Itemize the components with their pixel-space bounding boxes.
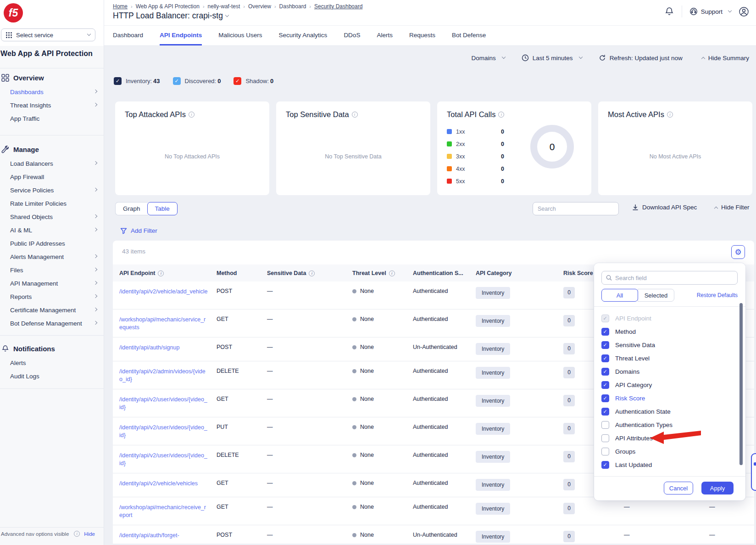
field-checkbox-last-updated[interactable]: Last Updated bbox=[601, 458, 732, 472]
column-header[interactable]: Authentication S... bbox=[413, 270, 476, 276]
info-icon[interactable] bbox=[189, 112, 195, 118]
sidebar-item-dashboards[interactable]: Dashboards bbox=[0, 85, 104, 99]
time-range-dropdown[interactable]: Last 5 minutes bbox=[522, 54, 582, 62]
breadcrumb-item[interactable]: Home bbox=[113, 3, 128, 10]
cancel-button[interactable]: Cancel bbox=[664, 482, 693, 494]
checkbox-icon[interactable] bbox=[601, 315, 609, 322]
domains-dropdown[interactable]: Domains bbox=[472, 55, 505, 62]
endpoint-link[interactable]: /identity/api/auth/signup bbox=[119, 337, 217, 361]
refresh-button[interactable]: Refresh: Updated just now bbox=[599, 54, 683, 62]
column-settings-button[interactable]: ⚙ bbox=[731, 245, 745, 259]
hide-summary-toggle[interactable]: Hide Summary bbox=[699, 55, 749, 62]
f5-logo[interactable]: f5 bbox=[4, 3, 23, 22]
checkbox-icon[interactable] bbox=[601, 368, 609, 376]
tab-requests[interactable]: Requests bbox=[409, 26, 435, 45]
column-header[interactable]: API Category bbox=[476, 270, 563, 276]
column-header[interactable]: Threat Level bbox=[352, 270, 413, 276]
restore-defaults-link[interactable]: Restore Defaults bbox=[697, 292, 738, 298]
info-icon[interactable] bbox=[498, 112, 504, 118]
field-checkbox-threat-level[interactable]: Threat Level bbox=[601, 352, 732, 365]
tab-api-endpoints[interactable]: API Endpoints bbox=[160, 26, 202, 45]
apply-button[interactable]: Apply bbox=[701, 482, 734, 494]
endpoint-link[interactable]: /identity/api/v2/admin/videos/{video_id} bbox=[119, 361, 217, 389]
sidebar-item-ai-ml[interactable]: AI & ML bbox=[0, 224, 104, 237]
sidebar-item-load-balancers[interactable]: Load Balancers bbox=[0, 157, 104, 170]
endpoint-link[interactable]: /identity/api/v2/user/videos/{video_id} bbox=[119, 389, 217, 417]
sidebar-item-app-traffic[interactable]: App Traffic bbox=[0, 112, 104, 125]
breadcrumb-item[interactable]: Security Dashboard bbox=[314, 3, 362, 10]
tab-dashboard[interactable]: Dashboard bbox=[113, 26, 143, 45]
endpoint-link[interactable]: /workshop/api/mechanic/service_requests bbox=[119, 309, 217, 337]
table-view-button[interactable]: Table bbox=[147, 202, 178, 215]
field-checkbox-sensitive-data[interactable]: Sensitive Data bbox=[601, 338, 732, 352]
sidebar-item-app-firewall[interactable]: App Firewall bbox=[0, 170, 104, 184]
tab-security-analytics[interactable]: Security Analytics bbox=[279, 26, 328, 45]
search-input[interactable] bbox=[538, 206, 614, 212]
endpoint-link[interactable]: /identity/api/v2/user/videos/{video_id} bbox=[119, 417, 217, 445]
endpoint-link[interactable]: /identity/api/auth/forget- bbox=[119, 525, 217, 544]
tab-ddos[interactable]: DDoS bbox=[344, 26, 360, 45]
breadcrumb-item[interactable]: Web App & API Protection bbox=[136, 3, 200, 10]
checkbox-icon[interactable] bbox=[601, 448, 609, 455]
info-icon[interactable] bbox=[389, 270, 395, 276]
tab-selected[interactable]: Selected bbox=[638, 289, 674, 302]
sidebar-item-files[interactable]: Files bbox=[0, 264, 104, 277]
account-icon[interactable] bbox=[739, 6, 749, 17]
notifications-bell-icon[interactable] bbox=[664, 6, 674, 17]
sidebar-item-certificate-management[interactable]: Certificate Management bbox=[0, 303, 104, 317]
type-filter-checkbox[interactable]: ✓ Inventory:43 bbox=[114, 77, 160, 85]
sidebar-item-audit-logs[interactable]: Audit Logs bbox=[0, 370, 104, 383]
checkbox-icon[interactable] bbox=[601, 354, 609, 362]
panel-scrollbar[interactable] bbox=[739, 303, 743, 465]
info-icon[interactable] bbox=[667, 112, 673, 118]
checkbox-icon[interactable] bbox=[601, 461, 609, 469]
field-checkbox-groups[interactable]: Groups bbox=[601, 445, 732, 458]
field-checkbox-method[interactable]: Method bbox=[601, 325, 732, 338]
sidebar-item-shared-objects[interactable]: Shared Objects bbox=[0, 210, 104, 224]
endpoint-link[interactable]: /identity/api/v2/user/videos/{video_id} bbox=[119, 445, 217, 473]
edge-widget[interactable] bbox=[751, 453, 756, 491]
add-filter-button[interactable]: Add Filter bbox=[120, 227, 157, 234]
download-api-spec-button[interactable]: Download API Spec bbox=[632, 204, 697, 211]
sidebar-item-rate-limiter-policies[interactable]: Rate Limiter Policies bbox=[0, 197, 104, 210]
tab-bot-defense[interactable]: Bot Defense bbox=[452, 26, 486, 45]
sidebar-item-api-management[interactable]: API Management bbox=[0, 277, 104, 290]
field-search-input[interactable] bbox=[615, 275, 733, 281]
checkbox-icon[interactable] bbox=[601, 394, 609, 402]
tab-malicious-users[interactable]: Malicious Users bbox=[218, 26, 262, 45]
breadcrumb-item[interactable]: Dashboard bbox=[279, 3, 306, 10]
checkbox-icon[interactable] bbox=[601, 328, 609, 336]
tab-all[interactable]: All bbox=[601, 289, 638, 302]
chevron-down-icon[interactable] bbox=[225, 13, 229, 17]
info-icon[interactable] bbox=[352, 112, 358, 118]
field-checkbox-domains[interactable]: Domains bbox=[601, 365, 732, 378]
sidebar-item-bot-defense-management[interactable]: Bot Defense Management bbox=[0, 317, 104, 330]
checkbox-icon[interactable] bbox=[601, 381, 609, 389]
tab-alerts[interactable]: Alerts bbox=[377, 26, 393, 45]
column-header[interactable]: Method bbox=[217, 270, 267, 276]
checkbox-icon[interactable] bbox=[601, 421, 609, 429]
breadcrumb-item[interactable]: Overview bbox=[248, 3, 271, 10]
sidebar-item-reports[interactable]: Reports bbox=[0, 290, 104, 303]
service-selector[interactable]: Select service bbox=[1, 28, 95, 41]
info-icon[interactable] bbox=[309, 270, 315, 276]
hide-nav-link[interactable]: Hide bbox=[84, 531, 95, 537]
column-header[interactable]: Sensitive Data bbox=[267, 270, 352, 276]
sidebar-item-alerts-management[interactable]: Alerts Management bbox=[0, 250, 104, 264]
checkbox-icon[interactable] bbox=[601, 408, 609, 416]
field-checkbox-risk-score[interactable]: Risk Score bbox=[601, 392, 732, 405]
hide-filter-toggle[interactable]: Hide Filter bbox=[712, 204, 750, 211]
breadcrumb-item[interactable]: nelly-waf-test bbox=[208, 3, 240, 10]
sidebar-item-alerts[interactable]: Alerts bbox=[0, 356, 104, 370]
field-checkbox-authentication-state[interactable]: Authentication State bbox=[601, 405, 732, 418]
endpoint-link[interactable]: /identity/api/v2/vehicle/add_vehicle bbox=[119, 281, 217, 309]
field-checkbox-api-endpoint[interactable]: API Endpoint bbox=[601, 312, 732, 325]
graph-view-button[interactable]: Graph bbox=[115, 202, 148, 215]
sidebar-item-threat-insights[interactable]: Threat Insights bbox=[0, 99, 104, 112]
checkbox-icon[interactable] bbox=[601, 434, 609, 442]
info-icon[interactable] bbox=[158, 270, 164, 276]
sidebar-item-service-policies[interactable]: Service Policies bbox=[0, 184, 104, 197]
endpoint-link[interactable]: /identity/api/v2/vehicle/vehicles bbox=[119, 473, 217, 497]
field-checkbox-api-category[interactable]: API Category bbox=[601, 378, 732, 392]
column-header[interactable]: API Endpoint bbox=[119, 270, 217, 276]
